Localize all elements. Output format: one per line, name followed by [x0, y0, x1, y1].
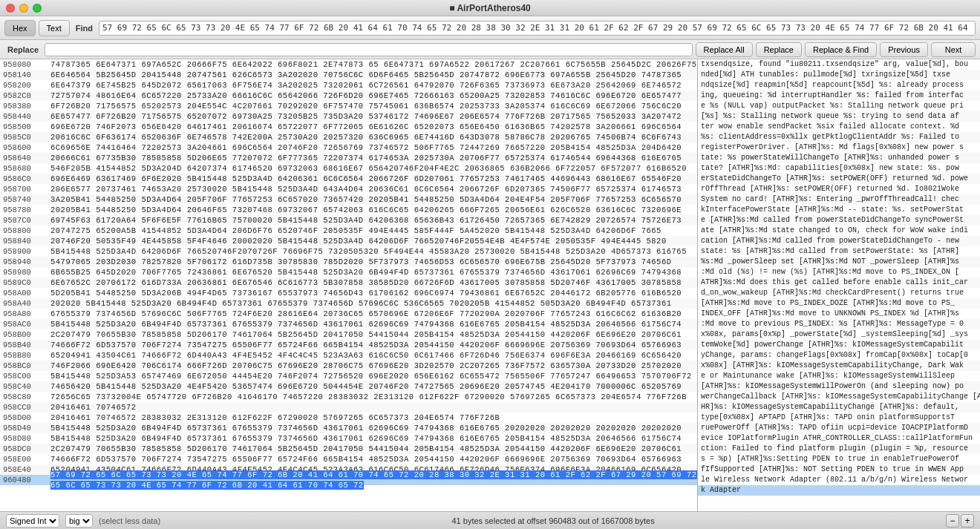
endian-select[interactable]: big [65, 514, 93, 528]
hex-offset: 958A40 [0, 298, 50, 309]
next-button[interactable]: Next [931, 42, 976, 57]
hex-row[interactable]: 958680546F205B 41544852 5D3A204D 6420737… [0, 163, 697, 174]
hex-row[interactable]: 958A8067655379 7374656D 57696C6C 506F776… [0, 309, 697, 319]
find-replace-bar: Replace Replace All Replace Replace & Fi… [0, 40, 980, 59]
replace-find-button[interactable]: Replace & Find [805, 42, 877, 57]
hex-bytes: 74656420 5B415448 525D3A20 4E4F5420 5365… [50, 381, 697, 392]
text-row: le Wireless Network Adapter (802.11 a/b/… [698, 475, 980, 485]
hex-row[interactable]: 9586006C69656E 74416464 72202573 3A20466… [0, 142, 697, 153]
zoom-in-button[interactable]: + [961, 514, 974, 528]
hex-row[interactable]: 9589C06E67652C 20706172 616D733A 2063686… [0, 277, 697, 288]
hex-row[interactable]: 958A40202020 5B415448 525D3A20 6B494F4D … [0, 298, 697, 309]
hex-offset: 958B40 [0, 340, 50, 350]
text-row: ruePowerOff [ATHR]%s: TAPD ofiin ucpi=de… [698, 423, 980, 433]
text-row: tate? [ATHR]%s:Md: capabilities[0x%08x] … [698, 163, 980, 174]
hex-row[interactable]: 958D405B415448 525D3A20 6B494F4D 6573736… [0, 423, 697, 433]
hex-offset: 958840 [0, 236, 50, 246]
hex-row[interactable]: 958DC02C207479 70655B30 78585858 5D20617… [0, 444, 697, 454]
hex-bytes: 5B415448 525D3A20 6B494F4D 65737361 6765… [50, 433, 697, 444]
hex-row[interactable]: 9581406E646564 5B25645D 20415448 2074756… [0, 70, 697, 80]
hex-row[interactable]: 9586C0696E6469 63617469 6F6E2020 5B41544… [0, 174, 697, 184]
hex-bytes: 74787365 6E647371 697A652C 20666F75 6E64… [50, 59, 697, 70]
hex-offset: 958600 [0, 142, 50, 153]
hex-row[interactable]: 958E0074666F72 6D537570 706F7274 7354727… [0, 454, 697, 464]
hex-bytes: 5B415448 525D3A4D 64206D6F 766520746F207… [50, 246, 697, 257]
hex-row[interactable]: 9582C072757074 48616E64 6C657220 25733A2… [0, 91, 697, 101]
hex-rows[interactable]: 95808074787365 6E647371 697A652C 20666F7… [0, 59, 697, 511]
zoom-out-button[interactable]: − [946, 514, 959, 528]
hex-bytes: 6C69656E 74416464 72202573 3A204661 696C… [50, 142, 697, 153]
hex-row[interactable]: 958C4074656420 5B415448 525D3A20 4E4F542… [0, 381, 697, 392]
hex-row[interactable]: 95864020666C61 67735B30 78585858 5D206E6… [0, 153, 697, 163]
hex-bytes: 20666C61 67735B30 78585858 5D206E65 7720… [50, 153, 697, 163]
hex-row[interactable]: 958500696E6720 746F2073 656E6420 6461746… [0, 122, 697, 132]
hex-row[interactable]: 958BC0746F2066 696E6420 706C6174 666F726… [0, 361, 697, 371]
hex-row[interactable]: 96048057 69 72 65 6C 65 73 73 20 4E 65 7… [0, 475, 697, 485]
maximize-button[interactable] [33, 4, 42, 13]
hex-row[interactable]: 958700206E6577 20737461 74653A20 2573002… [0, 184, 697, 194]
text-row: e or Maintunance wake [ATHR]%s: kIOMessa… [698, 371, 980, 381]
hex-offset: 958BC0 [0, 361, 50, 371]
window-controls [0, 4, 42, 13]
hex-offset: 958680 [0, 163, 50, 174]
hex-row[interactable]: 958C8072656C65 73732004E 65747720 6F726B… [0, 392, 697, 402]
hex-button[interactable]: Hex [4, 20, 36, 36]
hex-row[interactable]: 958B8065204941 43504C61 74666F72 6D440A4… [0, 350, 697, 361]
text-row: ter wow enable sendPacket %six failed al… [698, 122, 980, 132]
replace-all-button[interactable]: Replace All [696, 42, 753, 57]
status-info: 41 bytes selected at offset 960483 out o… [166, 516, 940, 525]
hex-bytes: 6E67652C 20706172 616D733A 20636861 6E67… [50, 277, 697, 288]
text-button[interactable]: Text [39, 20, 70, 36]
hex-offset: 958CC0 [0, 402, 50, 413]
hex-offset: 958A00 [0, 288, 50, 298]
minimize-button[interactable] [19, 4, 28, 13]
hex-row[interactable]: 958C005B415448 525D3A53 65747469 6E67205… [0, 371, 697, 381]
hex-row[interactable]: 95894054797065 203D2030 78257820 5F70617… [0, 257, 697, 267]
hex-row[interactable]: 9583806F726B20 71756575 65202573 204E554… [0, 101, 697, 111]
hex-row[interactable]: 95878020205B41 54485250 5D3A4D64 20646F6… [0, 205, 697, 215]
hex-row[interactable]: 95884020746F20 50535F49 4E445858 5F4F464… [0, 236, 697, 246]
hex-row[interactable]: 958D805B415448 525D3A20 6B494F4D 6573736… [0, 433, 697, 444]
hex-row[interactable]: 958D0020416461 70746572 28383032 2E31312… [0, 413, 697, 423]
hex-row[interactable]: 9582006E647379 6E745B25 645D2072 6561706… [0, 80, 697, 91]
hex-offset: 958940 [0, 257, 50, 267]
text-row: ing, queueing: %d interruptHandler %s: f… [698, 91, 980, 101]
hex-row[interactable]: 95808074787365 6E647371 697A652C 20666F7… [0, 59, 697, 70]
hex-row[interactable]: 9587403A205B41 54485250 5D3A4D64 205F706… [0, 194, 697, 205]
selection-info: (select less data) [99, 516, 160, 525]
hex-bytes: 74666F72 6D537570 706F7274 73547275 6550… [50, 454, 697, 464]
hex-bytes: 6B655B25 645D2020 706F7765 72436861 6E67… [50, 267, 697, 277]
hex-row[interactable]: 958AC05B415448 525D3A20 6B494F4D 6573736… [0, 319, 697, 329]
hex-bytes: 65204941 43504C61 74666F72 6D440A43 4F4E… [50, 350, 697, 361]
replace-input[interactable] [45, 43, 692, 56]
data-type-select[interactable]: Signed Int [6, 514, 59, 528]
hex-row[interactable]: 958B002C207479 70655B30 78585858 5D20617… [0, 329, 697, 340]
text-row: x%08x] [ATHR]%s: kIOMessageSystemCapabil… [698, 361, 980, 371]
hex-row[interactable]: 958A005D205B41 54485250 5D3A206B 494F4D6… [0, 288, 697, 298]
hex-row[interactable]: 9584406E657477 6F726B20 71756575 6520707… [0, 111, 697, 122]
hex-offset: 9587C0 [0, 215, 50, 226]
close-button[interactable] [6, 4, 15, 13]
text-row: x%08x, params[0x%p] _powerState[%d] _sys… [698, 329, 980, 340]
hex-row[interactable]: 9589005B415448 525D3A4D 64206D6F 7665207… [0, 246, 697, 257]
hex-offset: 958C40 [0, 381, 50, 392]
text-row: nded[%d] ATH tunables: pullmode[%d] txri… [698, 70, 980, 80]
hex-bytes: 6E646564 5B25645D 20415448 20747561 626C… [50, 70, 697, 80]
hex-row[interactable]: 958B4074666F72 6D537570 706F7274 7354727… [0, 340, 697, 350]
window-title: ■ AirPortAtheros40 [449, 3, 531, 13]
hex-row[interactable]: 9585C020616C6C 6F636174 6520636F 6E74657… [0, 132, 697, 142]
hex-bytes: 20616C6C 6F636174 6520636F 6E746578 742E… [50, 132, 697, 142]
hex-row[interactable]: 9587C069745F63 61720A64 5F6F6E5F 77616B6… [0, 215, 697, 226]
hex-bytes: 746F2066 696E6420 706C6174 666F726D 2070… [50, 361, 697, 371]
hex-bytes: 202020 5B415448 525D3A20 6B494F4D 657373… [50, 298, 697, 309]
text-row: %s:Md _powerSleep set [ATHR]%s:Md NOT _p… [698, 257, 980, 267]
hex-row[interactable]: 9589806B655B25 645D2020 706F7765 7243686… [0, 267, 697, 277]
status-bar: Signed Int big (select less data) 41 byt… [0, 511, 980, 529]
hex-bytes: 696E6469 63617469 6F6E2020 5B415448 525D… [50, 174, 697, 184]
find-input[interactable] [99, 21, 976, 36]
hex-row[interactable]: 95880020747275 65200A5B 41544852 5D3A4D6… [0, 226, 697, 236]
hex-row[interactable]: 958CC020416461 70746572 [0, 402, 697, 413]
replace-button[interactable]: Replace [756, 42, 802, 57]
text-row: txsendqsize, found "iu80211.txsendqsize"… [698, 59, 980, 70]
previous-button[interactable]: Previous [880, 42, 928, 57]
